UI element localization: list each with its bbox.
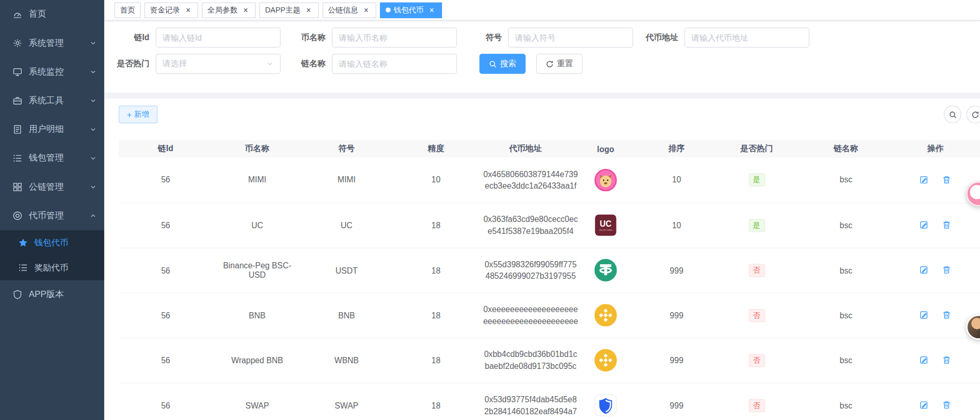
sidebar-item-wallet-management[interactable]: 钱包管理 xyxy=(0,144,104,172)
tab-label: 公链信息 xyxy=(328,5,358,15)
table-row: 56 Binance-Peg BSC-USD USDT 18 0x55d3983… xyxy=(119,248,980,292)
edit-icon xyxy=(919,265,928,275)
edit-icon xyxy=(919,220,928,230)
chain-name-input[interactable] xyxy=(332,54,457,73)
tags-container: 首页 资金记录 × 全局参数 × DAPP主题 × 公链信息 × 钱包代币 × xyxy=(115,2,442,18)
app-root: 首页系统管理系统监控系统工具用户明细钱包管理公链管理代币管理钱包代币奖励代币AP… xyxy=(0,0,980,420)
column-header: 链Id xyxy=(119,140,212,158)
cell-chain-name: bsc xyxy=(839,266,852,275)
edit-button[interactable] xyxy=(918,399,930,411)
sidebar-item-token-management[interactable]: 代币管理 xyxy=(0,201,104,230)
sidebar-item-label: 钱包管理 xyxy=(29,153,89,164)
cell-token-logo xyxy=(594,259,617,281)
toggle-search-button[interactable] xyxy=(944,106,961,123)
cell-symbol: BNB xyxy=(338,311,355,320)
cell-symbol: WBNB xyxy=(334,355,359,365)
delete-icon xyxy=(942,310,951,319)
delete-button[interactable] xyxy=(941,219,953,231)
column-header: 排序 xyxy=(642,140,712,158)
edit-button[interactable] xyxy=(918,264,930,276)
cell-coin-name: SWAP xyxy=(245,401,269,410)
sidebar-item-wallet-token[interactable]: 钱包代币 xyxy=(0,230,104,255)
delete-button[interactable] xyxy=(941,399,953,411)
sidebar-item-label: 首页 xyxy=(29,9,97,20)
delete-button[interactable] xyxy=(941,309,953,321)
cell-coin-name: Binance-Peg BSC-USD xyxy=(223,261,291,280)
sidebar-item-home[interactable]: 首页 xyxy=(0,0,104,29)
list-icon xyxy=(18,263,28,273)
sidebar-item-app-version[interactable]: APP版本 xyxy=(0,280,104,309)
tab-close-icon[interactable]: × xyxy=(304,6,313,14)
sidebar-item-reward-token[interactable]: 奖励代币 xyxy=(0,255,104,280)
symbol-input[interactable] xyxy=(508,28,633,47)
search-form: 链Id 币名称 符号 代币地址 xyxy=(104,21,980,93)
tab-close-icon[interactable]: × xyxy=(362,6,371,14)
tab-close-icon[interactable]: × xyxy=(184,6,193,14)
table-header-row: 链Id币名称符号精度代币地址logo排序是否热门链名称操作 xyxy=(119,140,980,158)
reset-button[interactable]: 重置 xyxy=(536,54,583,73)
cell-sort: 10 xyxy=(672,175,681,184)
sidebar-item-label: 用户明细 xyxy=(29,124,89,135)
tags-view-bar: 首页 资金记录 × 全局参数 × DAPP主题 × 公链信息 × 钱包代币 × xyxy=(104,0,980,21)
cell-chain-name: bsc xyxy=(839,220,852,230)
edit-icon xyxy=(919,400,928,410)
tab-close-icon[interactable]: × xyxy=(428,6,436,14)
token-address-input[interactable] xyxy=(684,28,809,47)
add-button[interactable]: + 新增 xyxy=(119,106,157,123)
refresh-icon xyxy=(971,110,979,119)
sidebar-item-label: 钱包代币 xyxy=(34,237,97,249)
tab-home[interactable]: 首页 xyxy=(115,2,141,18)
delete-button[interactable] xyxy=(941,354,953,366)
edit-icon xyxy=(919,310,928,319)
tab-label: DAPP主题 xyxy=(265,5,300,15)
sidebar-item-chain-management[interactable]: 公链管理 xyxy=(0,172,104,201)
tab-fund-records[interactable]: 资金记录 × xyxy=(144,2,198,18)
tab-dapp-theme[interactable]: DAPP主题 × xyxy=(259,2,319,18)
sidebar-item-user-details[interactable]: 用户明细 xyxy=(0,115,104,144)
uc-logo: UCUNIONCHAIN xyxy=(594,214,617,237)
tab-label: 首页 xyxy=(120,5,135,15)
tab-chain-info[interactable]: 公链信息 × xyxy=(322,2,376,18)
chevron-down-icon xyxy=(90,40,97,47)
edit-icon xyxy=(919,355,928,365)
plus-icon: + xyxy=(127,110,132,119)
cell-token-address: 0xeeeeeeeeeeeeeeeeeeeeeeeeeeeeeeeeeeeeee… xyxy=(483,303,578,327)
refresh-table-button[interactable] xyxy=(966,106,980,123)
edit-button[interactable] xyxy=(918,354,930,366)
coin-name-input[interactable] xyxy=(332,28,457,47)
cell-sort: 999 xyxy=(670,355,683,365)
table-row: 56 Wrapped BNB WBNB 18 0xbb4cdb9cbd36b01… xyxy=(119,338,980,382)
chain-id-input[interactable] xyxy=(156,28,281,47)
cell-chain-id: 56 xyxy=(161,266,170,275)
delete-icon xyxy=(942,265,951,275)
hot-badge: 否 xyxy=(748,399,764,412)
cell-token-address: 0x53d93775f4dab45d5e82b2841460182eaf8494… xyxy=(483,393,578,417)
hot-badge: 否 xyxy=(748,264,764,277)
chevron-up-icon xyxy=(90,212,97,219)
table-row: 56 UC UC 18 0x363fa63cd9e80cecc0ece541f5… xyxy=(119,203,980,248)
usdt-logo xyxy=(594,259,617,281)
tab-close-icon[interactable]: × xyxy=(241,6,250,14)
sidebar-item-system-management[interactable]: 系统管理 xyxy=(0,29,104,57)
delete-button[interactable] xyxy=(941,174,953,186)
sidebar-item-system-tools[interactable]: 系统工具 xyxy=(0,87,104,115)
search-button[interactable]: 搜索 xyxy=(480,54,526,73)
is-hot-label: 是否热门 xyxy=(110,58,149,70)
dashboard-icon xyxy=(12,9,22,19)
tab-wallet-token[interactable]: 钱包代币 × xyxy=(380,2,442,18)
sidebar-item-system-monitor[interactable]: 系统监控 xyxy=(0,57,104,86)
tab-global-params[interactable]: 全局参数 × xyxy=(202,2,256,18)
document-icon xyxy=(12,125,22,134)
edit-button[interactable] xyxy=(918,174,930,186)
sidebar-menu: 首页系统管理系统监控系统工具用户明细钱包管理公链管理代币管理钱包代币奖励代币AP… xyxy=(0,0,104,309)
cell-token-logo: UCUNIONCHAIN xyxy=(594,214,617,237)
delete-button[interactable] xyxy=(941,264,953,276)
table-card: + 新增 xyxy=(104,99,980,420)
section-divider xyxy=(104,93,980,99)
token-address-label: 代币地址 xyxy=(639,32,678,43)
cell-sort: 999 xyxy=(670,311,683,320)
is-hot-select[interactable]: 请选择 xyxy=(156,54,281,73)
cell-chain-name: bsc xyxy=(839,311,852,320)
edit-button[interactable] xyxy=(918,219,930,231)
edit-button[interactable] xyxy=(918,309,930,321)
